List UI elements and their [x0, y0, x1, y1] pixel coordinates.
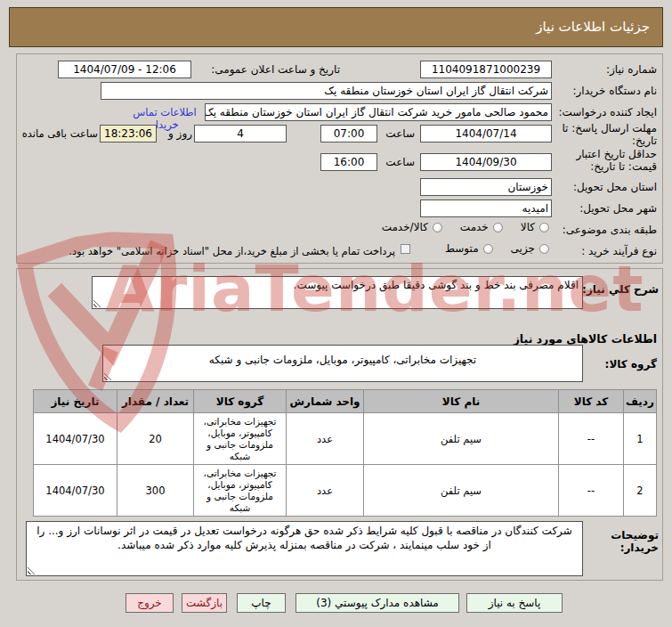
table-header-cell: تاریخ نیاز: [34, 390, 117, 413]
table-row: 2--سیم تلفنعددتجهیزات مخابراتی، کامپیوتر…: [34, 465, 657, 517]
exit-button[interactable]: خروج: [125, 593, 174, 613]
radio-medium[interactable]: متوسط: [445, 242, 493, 255]
table-header-cell: تعداد / مقدار: [117, 390, 194, 413]
radio-service-label: خدمت: [460, 221, 489, 233]
validity-hour-label: ساعت: [385, 156, 415, 168]
time-remaining-field: 18:23:06: [100, 125, 157, 142]
price-validity-label: حداقل تاریخ اعتبار قیمت: تا تاریخ:: [561, 148, 657, 173]
buyer-org-field[interactable]: شرکت انتقال گاز ایران استان خوزستان منطق…: [101, 82, 552, 100]
view-attachments-button[interactable]: مشاهده مدارک پیوستي (3): [296, 593, 459, 613]
table-header-cell: واحد شمارش: [287, 390, 364, 413]
deadline-hour-label: ساعت: [385, 127, 415, 140]
request-creator-field[interactable]: محمود صالحی مامور خرید شرکت انتقال گاز ا…: [205, 103, 552, 121]
items-table: ردیفکد کالانام کالاواحد شمارشگروه کالاتع…: [33, 389, 657, 517]
delivery-province-label: استان محل تحویل:: [552, 181, 657, 193]
respond-to-need-button[interactable]: پاسخ به نیاز: [466, 593, 563, 613]
delivery-province-field[interactable]: خوزستان: [420, 178, 552, 196]
table-cell: سیم تلفن: [364, 465, 559, 517]
radio-goods-service[interactable]: کالا/خدمت: [382, 221, 442, 233]
radio-medium-icon: [483, 244, 493, 254]
radio-goods[interactable]: کالا: [521, 221, 549, 233]
radio-goods-icon: [539, 223, 549, 232]
table-row: 1--سیم تلفنعددتجهیزات مخابراتی، کامپیوتر…: [34, 413, 657, 465]
request-creator-label: ایجاد کننده درخواست:: [548, 106, 657, 118]
hours-remaining-label: ساعت باقی مانده: [20, 127, 98, 140]
need-number-label: شماره نیاز:: [552, 63, 657, 76]
purchase-process-label: نوع فرآیند خرید :: [548, 245, 657, 257]
radio-minor-icon: [539, 244, 549, 254]
table-cell: --: [559, 413, 624, 465]
buyer-notes-label: توضیحات خریدار:: [607, 529, 659, 554]
items-table-head: ردیفکد کالانام کالاواحد شمارشگروه کالاتع…: [34, 390, 657, 413]
table-cell: 1: [624, 413, 657, 465]
radio-goods-label: کالا: [521, 221, 535, 233]
radio-service-icon: [493, 223, 503, 232]
print-button[interactable]: چاپ: [237, 593, 286, 613]
table-cell: 20: [117, 413, 194, 465]
goods-group-textarea[interactable]: تجهیزات مخابراتی، کامپیوتر، موبایل، ملزو…: [102, 345, 583, 382]
days-and-label: روز و: [160, 127, 192, 140]
buyer-org-label: نام دستگاه خریدار:: [550, 85, 657, 97]
page-title: جزئیات اطلاعات نیاز: [9, 7, 663, 47]
radio-minor[interactable]: جزیی: [511, 242, 549, 255]
table-cell: تجهیزات مخابراتی، کامپیوتر، موبایل، ملزو…: [194, 465, 287, 517]
buyer-notes-textarea[interactable]: شرکت کنندگان در مناقصه با قبول کلیه شرای…: [26, 521, 583, 576]
radio-goods-service-label: کالا/خدمت: [382, 221, 428, 233]
goods-info-header: اطلاعات کالاهاي مورد نیاز: [495, 333, 657, 346]
need-description-label: شرح كلي نياز:: [582, 283, 659, 296]
treasury-checkbox[interactable]: [401, 244, 410, 254]
table-cell: عدد: [287, 413, 364, 465]
items-table-body: 1--سیم تلفنعددتجهیزات مخابراتی، کامپیوتر…: [34, 413, 657, 517]
goods-group-label: گروه کالا:: [586, 358, 657, 370]
table-header-cell: نام کالا: [364, 390, 559, 413]
delivery-city-field[interactable]: امیدیه: [420, 200, 552, 217]
table-cell: 1404/07/30: [34, 465, 117, 517]
table-cell: تجهیزات مخابراتی، کامپیوتر، موبایل، ملزو…: [194, 413, 287, 465]
radio-medium-label: متوسط: [445, 242, 479, 255]
treasury-checkbox-label: پرداخت تمام یا بخشی از مبلغ خرید،از محل …: [53, 245, 395, 257]
response-deadline-time-field[interactable]: 07:00: [320, 125, 377, 142]
delivery-city-label: شهر محل تحویل:: [552, 202, 657, 215]
resize-handle-icon[interactable]: [93, 299, 101, 307]
table-cell: 1404/07/30: [34, 413, 117, 465]
table-cell: --: [559, 465, 624, 517]
announce-datetime-field[interactable]: 1404/07/09 - 12:06: [58, 61, 191, 78]
radio-minor-label: جزیی: [511, 242, 535, 255]
need-description-textarea[interactable]: اقلام مصرفی بند خط و بند گوشی دقیقا طبق …: [92, 276, 583, 309]
subject-classification-label: طبقه بندی موضوعی:: [548, 224, 657, 236]
radio-goods-service-icon: [433, 223, 442, 232]
price-validity-time-field[interactable]: 16:00: [320, 153, 377, 171]
table-header-cell: ردیف: [624, 390, 657, 413]
back-button[interactable]: بازگشت: [182, 593, 227, 613]
table-cell: عدد: [287, 465, 364, 517]
response-deadline-label: مهلت ارسال پاسخ: تا تاریخ:: [561, 122, 657, 147]
resize-handle-icon[interactable]: [28, 566, 36, 574]
table-cell: 300: [117, 465, 194, 517]
table-header-cell: کد کالا: [559, 390, 624, 413]
price-validity-date-field[interactable]: 1404/09/30: [420, 153, 552, 171]
response-deadline-date-field[interactable]: 1404/07/14: [420, 125, 552, 142]
days-remaining-field: 4: [194, 125, 287, 142]
announce-datetime-label: تاریخ و ساعت اعلان عمومی:: [192, 63, 340, 76]
resize-handle-icon[interactable]: [104, 372, 112, 380]
radio-service[interactable]: خدمت: [460, 221, 503, 233]
table-cell: سیم تلفن: [364, 413, 559, 465]
table-header-cell: گروه کالا: [194, 390, 287, 413]
need-number-field[interactable]: 1104091871000239: [420, 61, 552, 78]
need-details-window: جزئیات اطلاعات نیاز شماره نیاز: 11040918…: [0, 0, 672, 627]
table-cell: 2: [624, 465, 657, 517]
